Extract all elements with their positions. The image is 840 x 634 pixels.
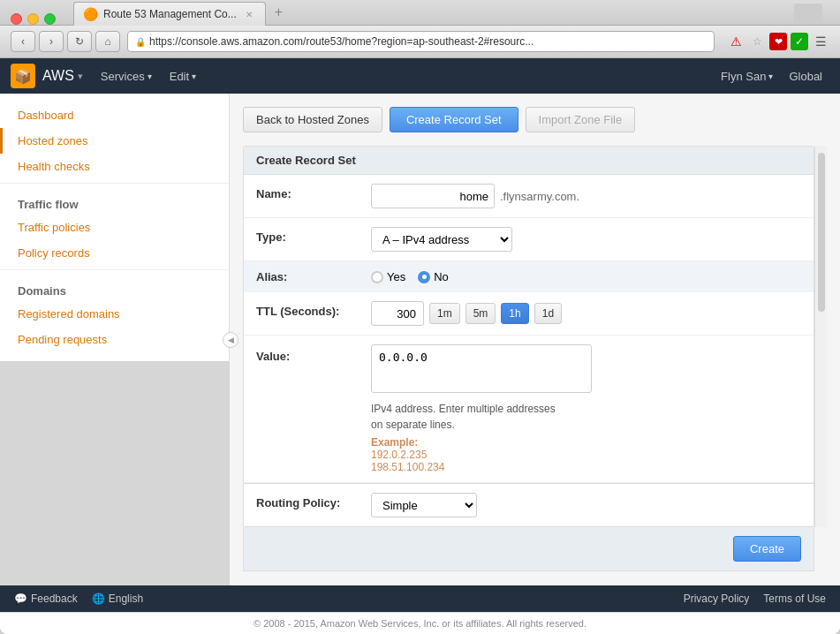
sidebar-item-pending-requests[interactable]: Pending requests (0, 327, 229, 352)
alias-yes-label: Yes (387, 270, 405, 283)
type-select[interactable]: A – IPv4 address (371, 227, 512, 252)
sidebar-item-policy-records[interactable]: Policy records (0, 240, 229, 266)
main-layout: Dashboard Hosted zones Health checks Tra… (0, 94, 840, 634)
sidebar-item-hosted-zones[interactable]: Hosted zones (0, 128, 229, 154)
user-menu[interactable]: Flyn San ▾ (712, 66, 782, 87)
feedback-icon: 💬 (14, 592, 27, 605)
address-bar[interactable]: 🔒 https://console.aws.amazon.com/route53… (127, 31, 715, 52)
form-panel-header: Create Record Set (244, 147, 814, 175)
value-row: Value: 0.0.0.0 IPv4 address. Enter multi… (244, 336, 814, 483)
routing-label: Routing Policy: (256, 493, 371, 509)
content-area: Back to Hosted Zones Create Record Set I… (230, 94, 840, 585)
close-button[interactable] (11, 13, 22, 25)
bottom-action-bar: Create (243, 527, 814, 571)
edit-dropdown[interactable]: Edit ▾ (161, 66, 205, 87)
extension-icons: ⚠ ☆ ❤ ✓ ☰ (727, 33, 829, 50)
ttl-5m-button[interactable]: 5m (465, 303, 496, 324)
domains-section: Domains (0, 274, 229, 301)
alias-yes-option[interactable]: Yes (371, 270, 405, 283)
copyright-text: © 2008 - 2015, Amazon Web Services, Inc.… (254, 618, 586, 629)
ttl-input[interactable] (371, 301, 424, 326)
ttl-label: TTL (Seconds): (256, 301, 371, 318)
tab-menu-button[interactable] (794, 4, 822, 25)
name-field: .flynsarmy.com. (371, 184, 801, 208)
aws-logo: 📦 (11, 64, 35, 88)
new-tab-button[interactable]: + (266, 0, 291, 25)
routing-field: Simple (371, 493, 477, 517)
lock-icon: 🔒 (135, 37, 146, 47)
aws-topnav: 📦 AWS ▾ Services ▾ Edit ▾ Flyn San ▾ Glo… (0, 58, 840, 94)
create-button[interactable]: Create (733, 536, 801, 562)
ttl-1h-button[interactable]: 1h (501, 303, 528, 324)
form-panel: Create Record Set Name: .flynsarmy.com. (243, 146, 814, 527)
language-link[interactable]: 🌐 English (92, 592, 143, 605)
alias-yes-radio[interactable] (371, 271, 383, 283)
sidebar-item-dashboard[interactable]: Dashboard (0, 102, 229, 128)
type-field: A – IPv4 address (371, 227, 801, 252)
sidebar: Dashboard Hosted zones Health checks Tra… (0, 94, 230, 361)
traffic-lights (11, 13, 56, 25)
form-panel-wrapper: Create Record Set Name: .flynsarmy.com. (243, 146, 827, 527)
tab-title: Route 53 Management Co... (103, 8, 237, 20)
ext2-icon[interactable]: ✓ (791, 33, 808, 50)
alias-no-radio[interactable] (418, 271, 430, 283)
active-tab[interactable]: 🟠 Route 53 Management Co... ✕ (73, 2, 266, 26)
privacy-link[interactable]: Privacy Policy (684, 592, 750, 605)
domain-suffix: .flynsarmy.com. (500, 190, 579, 203)
routing-row: Routing Policy: Simple (244, 483, 814, 526)
alias-radio-group: Yes No (371, 270, 449, 283)
browser-frame: 🟠 Route 53 Management Co... ✕ + ‹ › ↻ ⌂ … (0, 0, 840, 634)
region-selector[interactable]: Global (782, 66, 829, 87)
sidebar-item-traffic-policies[interactable]: Traffic policies (0, 215, 229, 240)
bookmark-icon[interactable]: ☆ (748, 33, 766, 50)
value-example-title: Example: (371, 436, 592, 449)
ttl-field: 1m 5m 1h 1d (371, 301, 562, 326)
aws-brand: AWS (42, 68, 74, 84)
alias-no-option[interactable]: No (418, 270, 449, 283)
back-to-hosted-zones-button[interactable]: Back to Hosted Zones (243, 107, 382, 132)
ext1-icon[interactable]: ❤ (769, 33, 787, 50)
menu-icon[interactable]: ☰ (812, 33, 829, 50)
globe-icon: 🌐 (92, 592, 105, 605)
logo-icon: 📦 (14, 68, 32, 85)
scrollbar-track[interactable] (814, 146, 827, 527)
action-bar: Back to Hosted Zones Create Record Set I… (243, 107, 827, 132)
ttl-row: TTL (Seconds): 1m 5m 1h 1d (244, 292, 814, 336)
value-field: 0.0.0.0 IPv4 address. Enter multiple add… (371, 344, 592, 473)
ttl-1m-button[interactable]: 1m (429, 303, 460, 324)
value-example-1: 192.0.2.235 (371, 449, 592, 461)
create-record-set-button[interactable]: Create Record Set (390, 107, 518, 132)
forward-nav-button[interactable]: › (39, 31, 64, 52)
tab-icon: 🟠 (83, 7, 98, 21)
tab-close-button[interactable]: ✕ (246, 10, 253, 19)
name-input[interactable] (371, 184, 495, 208)
services-dropdown[interactable]: Services ▾ (92, 66, 161, 87)
back-nav-button[interactable]: ‹ (11, 31, 35, 52)
minimize-button[interactable] (27, 13, 39, 25)
nav-buttons: ‹ › ↻ ⌂ (11, 31, 120, 52)
scrollbar-thumb[interactable] (818, 153, 825, 312)
page-footer: 💬 Feedback 🌐 English Privacy Policy Term… (0, 585, 840, 612)
alias-label: Alias: (256, 270, 371, 283)
copyright-bar: © 2008 - 2015, Amazon Web Services, Inc.… (0, 612, 840, 634)
value-textarea[interactable]: 0.0.0.0 (371, 344, 592, 393)
footer-left: 💬 Feedback 🌐 English (14, 592, 143, 605)
sidebar-item-registered-domains[interactable]: Registered domains (0, 301, 229, 327)
value-label: Value: (256, 344, 371, 363)
sidebar-item-health-checks[interactable]: Health checks (0, 154, 229, 179)
import-zone-file-button: Import Zone File (526, 107, 636, 132)
home-button[interactable]: ⌂ (95, 31, 120, 52)
name-label: Name: (256, 184, 371, 200)
ttl-1d-button[interactable]: 1d (534, 303, 562, 324)
alias-no-label: No (434, 270, 449, 283)
sidebar-divider-2 (0, 269, 229, 270)
reload-button[interactable]: ↻ (67, 31, 92, 52)
value-example-2: 198.51.100.234 (371, 461, 592, 473)
sidebar-collapse-button[interactable]: ◀ (223, 332, 238, 348)
warning-icon: ⚠ (727, 33, 745, 50)
maximize-button[interactable] (44, 13, 56, 25)
terms-link[interactable]: Terms of Use (763, 592, 826, 605)
value-helper: IPv4 address. Enter multiple addresses o… (371, 401, 592, 433)
feedback-link[interactable]: 💬 Feedback (14, 592, 78, 605)
routing-select[interactable]: Simple (371, 493, 477, 517)
